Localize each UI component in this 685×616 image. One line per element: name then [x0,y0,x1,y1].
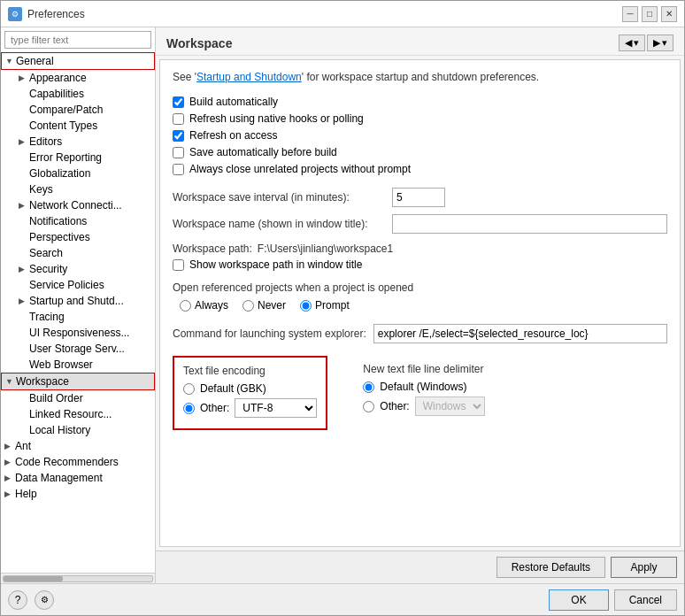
window-title: Preferences [27,8,622,20]
sidebar-item-general[interactable]: ▼ General [1,52,155,70]
delimiter-other-row: Other: Windows Unix Mac [363,397,484,416]
close-unrelated-checkbox[interactable] [173,164,184,175]
restore-defaults-button[interactable]: Restore Defaults [496,557,605,578]
sidebar-item-error-reporting[interactable]: Error Reporting [1,150,155,166]
sidebar-item-local-history[interactable]: Local History [1,422,155,438]
sidebar-item-help[interactable]: ▶ Help [1,486,155,502]
delimiter-other-label: Other: [380,400,409,412]
sidebar-item-security[interactable]: ▶ Security [1,261,155,277]
refresh-native-checkbox[interactable] [173,113,184,125]
sidebar-item-label: Keys [29,183,53,196]
maximize-button[interactable]: □ [642,6,658,22]
sidebar-item-content-types[interactable]: Content Types [1,118,155,134]
close-button[interactable]: ✕ [661,6,677,22]
scrollbar-thumb[interactable] [4,576,63,581]
titlebar: ⚙ Preferences ─ □ ✕ [1,1,684,27]
encoding-default-label: Default (GBK) [200,382,266,395]
ok-button[interactable]: OK [549,589,608,611]
sidebar-item-service-policies[interactable]: Service Policies [1,277,155,293]
sidebar-item-label: General [16,55,54,67]
radio-prompt-input[interactable] [300,300,312,312]
sidebar-item-label: Compare/Patch [29,104,103,116]
encoding-other-row: Other: UTF-8 GBK ISO-8859-1 [183,398,317,418]
sidebar-item-editors[interactable]: ▶ Editors [1,134,155,150]
expand-arrow: ▶ [19,137,29,146]
footer-icons: ? ⚙ [8,590,54,610]
delimiter-default-radio[interactable] [363,381,374,393]
sidebar-item-build-order[interactable]: Build Order [1,390,155,406]
sidebar-item-data-management[interactable]: ▶ Data Management [1,470,155,486]
startup-shutdown-link[interactable]: Startup and Shutdown [196,71,302,83]
app-icon: ⚙ [8,7,22,21]
radio-prompt-label: Prompt [315,299,350,312]
checkbox-row-refresh-access: Refresh on access [173,129,667,142]
radio-never-input[interactable] [242,300,254,312]
show-path-label: Show workspace path in window title [189,258,362,271]
refresh-access-checkbox[interactable] [173,130,184,142]
sidebar-item-tracing[interactable]: Tracing [1,309,155,325]
panel-content: See 'Startup and Shutdown' for workspace… [159,59,681,547]
encoding-other-select[interactable]: UTF-8 GBK ISO-8859-1 [235,398,317,418]
sidebar-item-search[interactable]: Search [1,245,155,261]
sidebar-item-notifications[interactable]: Notifications [1,213,155,229]
sidebar-item-label: Startup and Shutd... [29,295,124,307]
sidebar-item-label: UI Responsiveness... [29,327,129,339]
delimiter-default-row: Default (Windows) [363,381,484,393]
panel-title: Workspace [166,36,232,50]
sidebar-item-web-browser[interactable]: Web Browser [1,357,155,373]
sidebar-item-ant[interactable]: ▶ Ant [1,438,155,454]
sidebar-item-perspectives[interactable]: Perspectives [1,229,155,245]
expand-arrow: ▼ [5,57,16,65]
build-auto-label: Build automatically [189,96,278,108]
cancel-button[interactable]: Cancel [614,589,677,611]
help-icon-button[interactable]: ? [8,590,27,610]
sidebar-item-capabilities[interactable]: Capabilities [1,86,155,102]
sidebar-item-startup-shutdown[interactable]: ▶ Startup and Shutd... [1,293,155,309]
filter-input[interactable] [4,31,151,49]
sidebar-item-label: Help [15,488,37,500]
delimiter-other-select[interactable]: Windows Unix Mac [415,397,485,416]
sidebar-item-compare-patch[interactable]: Compare/Patch [1,102,155,118]
apply-button[interactable]: Apply [611,557,677,578]
sidebar-item-linked-resources[interactable]: Linked Resourc... [1,406,155,422]
save-before-build-label: Save automatically before build [189,146,337,158]
build-auto-checkbox[interactable] [173,96,184,108]
delimiter-other-radio[interactable] [363,401,374,412]
sidebar-scrollbar-h[interactable] [1,573,155,583]
nav-buttons: ◀ ▾ ▶ ▾ [619,35,673,51]
save-before-build-checkbox[interactable] [173,147,184,158]
radio-always-input[interactable] [180,300,191,312]
close-unrelated-label: Always close unrelated projects without … [189,163,411,175]
sidebar-item-appearance[interactable]: ▶ Appearance [1,70,155,86]
minimize-button[interactable]: ─ [622,6,638,22]
workspace-name-input[interactable] [392,214,667,234]
sidebar-item-ui-responsiveness[interactable]: UI Responsiveness... [1,325,155,341]
line-delimiter-title: New text file line delimiter [363,363,484,375]
show-path-checkbox[interactable] [173,259,184,271]
sidebar-item-label: Ant [15,440,31,452]
checkbox-row-build-auto: Build automatically [173,96,667,108]
back-arrow-icon: ◀ [625,37,632,49]
forward-arrow-icon: ▶ [653,37,660,49]
radio-options: Always Never Prompt [180,299,667,312]
back-button[interactable]: ◀ ▾ [619,35,645,51]
panel-header: Workspace ◀ ▾ ▶ ▾ [156,27,684,56]
sidebar-item-workspace[interactable]: ▼ Workspace [1,373,155,390]
scrollbar-track[interactable] [3,575,153,582]
encoding-default-radio[interactable] [183,383,195,395]
forward-button[interactable]: ▶ ▾ [647,35,673,51]
sidebar-item-globalization[interactable]: Globalization [1,166,155,181]
sidebar-item-network-connections[interactable]: ▶ Network Connecti... [1,197,155,213]
refresh-access-label: Refresh on access [189,129,277,142]
expand-arrow: ▶ [4,474,15,482]
sidebar-item-code-recommenders[interactable]: ▶ Code Recommenders [1,454,155,470]
sidebar-item-label: Security [29,263,67,275]
checkbox-group: Build automatically Refresh using native… [173,96,667,175]
encoding-other-radio[interactable] [183,403,195,414]
preferences-icon-button[interactable]: ⚙ [35,590,54,610]
sidebar-item-user-storage[interactable]: User Storage Serv... [1,341,155,357]
sidebar-item-keys[interactable]: Keys [1,181,155,197]
save-interval-input[interactable] [392,188,445,207]
command-input[interactable] [373,324,667,343]
ok-cancel-bar: ? ⚙ OK Cancel [1,583,684,615]
